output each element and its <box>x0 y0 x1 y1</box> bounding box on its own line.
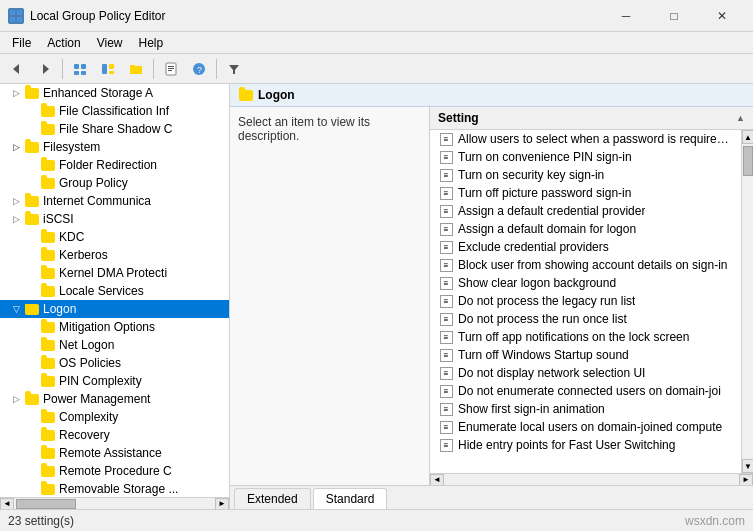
setting-icon: ≡ <box>438 311 454 327</box>
folder-icon <box>40 175 56 191</box>
tree-label: OS Policies <box>59 356 229 370</box>
tree-item-internet-comm[interactable]: ▷ Internet Communica <box>0 192 229 210</box>
folder-icon <box>40 427 56 443</box>
tree-item-kernel-dma[interactable]: Kernel DMA Protecti <box>0 264 229 282</box>
tree-item-file-share[interactable]: File Share Shadow C <box>0 120 229 138</box>
tree-item-pin-complexity[interactable]: PIN Complexity <box>0 372 229 390</box>
tab-standard[interactable]: Standard <box>313 488 388 509</box>
tree-item-power-management[interactable]: ▷ Power Management <box>0 390 229 408</box>
hscroll-right-btn[interactable]: ► <box>215 498 229 510</box>
list-item[interactable]: ≡ Do not process the legacy run list <box>430 292 741 310</box>
tree-item-logon[interactable]: ▽ Logon <box>0 300 229 318</box>
tree-item-folder-redirection[interactable]: Folder Redirection <box>0 156 229 174</box>
status-watermark: wsxdn.com <box>685 514 745 528</box>
menu-help[interactable]: Help <box>131 34 172 52</box>
help-button[interactable]: ? <box>186 57 212 81</box>
tree-item-complexity[interactable]: Complexity <box>0 408 229 426</box>
settings-hscroll-left[interactable]: ◄ <box>430 474 444 486</box>
folder-icon <box>24 193 40 209</box>
tree-item-kerberos[interactable]: Kerberos <box>0 246 229 264</box>
list-item[interactable]: ≡ Do not process the run once list <box>430 310 741 328</box>
setting-label: Do not enumerate connected users on doma… <box>458 384 721 398</box>
list-item[interactable]: ≡ Do not enumerate connected users on do… <box>430 382 741 400</box>
list-item[interactable]: ≡ Turn off Windows Startup sound <box>430 346 741 364</box>
setting-label: Show first sign-in animation <box>458 402 605 416</box>
list-item[interactable]: ≡ Assign a default domain for logon <box>430 220 741 238</box>
tree-item-filesystem[interactable]: ▷ Filesystem <box>0 138 229 156</box>
menu-action[interactable]: Action <box>39 34 88 52</box>
hscroll-left-btn[interactable]: ◄ <box>0 498 14 510</box>
tree-item-removable-storage[interactable]: Removable Storage ... <box>0 480 229 497</box>
svg-rect-11 <box>109 64 114 69</box>
tab-extended[interactable]: Extended <box>234 488 311 509</box>
close-button[interactable]: ✕ <box>699 0 745 32</box>
up-button[interactable] <box>67 57 93 81</box>
settings-hscroll-right[interactable]: ► <box>739 474 753 486</box>
tree-item-iscsi[interactable]: ▷ iSCSI <box>0 210 229 228</box>
list-item[interactable]: ≡ Turn off app notifications on the lock… <box>430 328 741 346</box>
tree-item-mitigation-options[interactable]: Mitigation Options <box>0 318 229 336</box>
vscroll-down-btn[interactable]: ▼ <box>742 459 753 473</box>
list-item[interactable]: ≡ Allow users to select when a password … <box>430 130 741 148</box>
tree-hscroll[interactable]: ◄ ► <box>0 497 229 509</box>
list-item[interactable]: ≡ Assign a default credential provider <box>430 202 741 220</box>
folder-icon <box>40 409 56 425</box>
vscroll-up-btn[interactable]: ▲ <box>742 130 753 144</box>
svg-text:?: ? <box>197 65 202 75</box>
forward-button[interactable] <box>32 57 58 81</box>
folder-button[interactable] <box>123 57 149 81</box>
svg-rect-12 <box>109 71 114 74</box>
tree-item-recovery[interactable]: Recovery <box>0 426 229 444</box>
tree-item-file-class[interactable]: File Classification Inf <box>0 102 229 120</box>
filter-button[interactable] <box>221 57 247 81</box>
list-item[interactable]: ≡ Exclude credential providers <box>430 238 741 256</box>
tree-item-os-policies[interactable]: OS Policies <box>0 354 229 372</box>
main-content: ▷ Enhanced Storage A File Classification… <box>0 84 753 509</box>
vscroll-track <box>742 144 753 459</box>
properties-button[interactable] <box>158 57 184 81</box>
menu-bar: File Action View Help <box>0 32 753 54</box>
list-item[interactable]: ≡ Do not display network selection UI <box>430 364 741 382</box>
menu-file[interactable]: File <box>4 34 39 52</box>
tree-item-group-policy[interactable]: Group Policy <box>0 174 229 192</box>
list-item[interactable]: ≡ Show clear logon background <box>430 274 741 292</box>
tree-expand-icon: ▽ <box>8 301 24 317</box>
tree-label: Filesystem <box>43 140 229 154</box>
tree-expand-icon: ▷ <box>8 193 24 209</box>
tree-item-enhanced-storage[interactable]: ▷ Enhanced Storage A <box>0 84 229 102</box>
tree-item-locale-services[interactable]: Locale Services <box>0 282 229 300</box>
tree-item-remote-assistance[interactable]: Remote Assistance <box>0 444 229 462</box>
list-item[interactable]: ≡ Hide entry points for Fast User Switch… <box>430 436 741 454</box>
tree-label: Folder Redirection <box>59 158 229 172</box>
settings-header-scroll-up[interactable]: ▲ <box>736 113 745 123</box>
tree-item-remote-procedure[interactable]: Remote Procedure C <box>0 462 229 480</box>
tree-expand-icon: ▷ <box>8 85 24 101</box>
list-item[interactable]: ≡ Enumerate local users on domain-joined… <box>430 418 741 436</box>
maximize-button[interactable]: □ <box>651 0 697 32</box>
list-item[interactable]: ≡ Turn on security key sign-in <box>430 166 741 184</box>
list-item[interactable]: ≡ Turn on convenience PIN sign-in <box>430 148 741 166</box>
vscroll-thumb[interactable] <box>743 146 753 176</box>
tree-expand-icon: ▷ <box>8 391 24 407</box>
setting-label: Turn on convenience PIN sign-in <box>458 150 632 164</box>
show-hide-button[interactable] <box>95 57 121 81</box>
svg-marker-4 <box>13 64 19 74</box>
settings-vscroll[interactable]: ▲ ▼ <box>741 130 753 473</box>
hscroll-thumb[interactable] <box>16 499 76 509</box>
list-item[interactable]: ≡ Block user from showing account detail… <box>430 256 741 274</box>
tree-item-kdc[interactable]: KDC <box>0 228 229 246</box>
settings-panel: Setting ▲ ≡ Allow users to select when a… <box>430 107 753 485</box>
setting-glyph: ≡ <box>440 259 453 272</box>
tabs-bar: Extended Standard <box>230 485 753 509</box>
settings-hscroll[interactable]: ◄ ► <box>430 473 753 485</box>
list-item[interactable]: ≡ Turn off picture password sign-in <box>430 184 741 202</box>
minimize-button[interactable]: ─ <box>603 0 649 32</box>
svg-marker-21 <box>229 65 239 74</box>
list-item[interactable]: ≡ Show first sign-in animation <box>430 400 741 418</box>
setting-icon: ≡ <box>438 221 454 237</box>
folder-icon <box>40 355 56 371</box>
back-button[interactable] <box>4 57 30 81</box>
setting-label: Hide entry points for Fast User Switchin… <box>458 438 675 452</box>
menu-view[interactable]: View <box>89 34 131 52</box>
tree-item-net-logon[interactable]: Net Logon <box>0 336 229 354</box>
